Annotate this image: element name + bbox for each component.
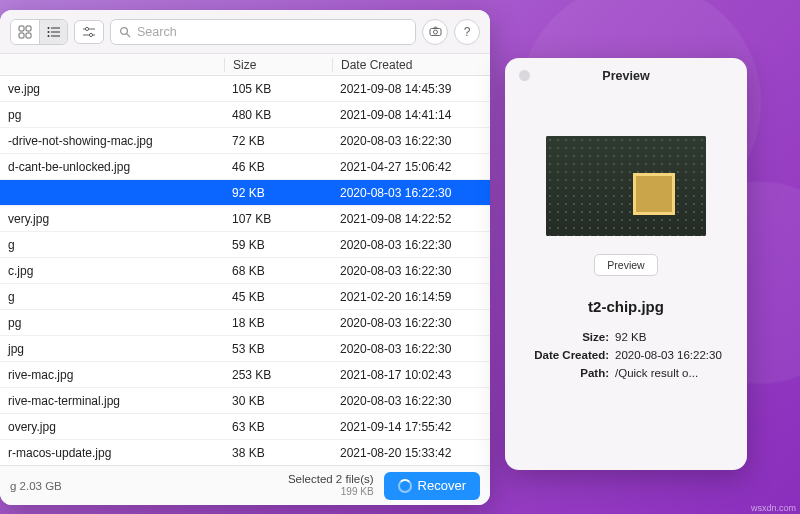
table-row[interactable]: ve.jpg105 KB2021-09-08 14:45:39 — [0, 76, 490, 102]
cell-name: jpg — [0, 342, 224, 356]
table-row[interactable]: pg480 KB2021-09-08 14:41:14 — [0, 102, 490, 128]
preview-metadata: Size:92 KB Date Created:2020-08-03 16:22… — [517, 331, 735, 385]
cell-date: 2021-09-08 14:41:14 — [332, 108, 490, 122]
table-row[interactable]: g45 KB2021-02-20 16:14:59 — [0, 284, 490, 310]
cell-name: pg — [0, 108, 224, 122]
cell-size: 46 KB — [224, 160, 332, 174]
cell-name: overy.jpg — [0, 420, 224, 434]
cell-size: 45 KB — [224, 290, 332, 304]
cell-date: 2021-08-17 10:02:43 — [332, 368, 490, 382]
cell-name: rive-mac.jpg — [0, 368, 224, 382]
table-row[interactable]: 92 KB2020-08-03 16:22:30 — [0, 180, 490, 206]
scan-status-text: g 2.03 GB — [10, 480, 288, 492]
header-size[interactable]: Size — [224, 58, 332, 72]
file-list-window: ? Size Date Created ve.jpg105 KB2021-09-… — [0, 10, 490, 505]
cell-name: ve.jpg — [0, 82, 224, 96]
close-icon[interactable] — [519, 70, 530, 81]
meta-path-value: /Quick result o... — [615, 367, 698, 379]
cell-date: 2020-08-03 16:22:30 — [332, 316, 490, 330]
cell-name: g — [0, 290, 224, 304]
selection-summary: Selected 2 file(s) 199 KB — [288, 473, 374, 498]
help-icon: ? — [464, 25, 471, 39]
svg-rect-1 — [26, 26, 31, 31]
footer-bar: g 2.03 GB Selected 2 file(s) 199 KB Reco… — [0, 465, 490, 505]
preview-window: Preview Preview t2-chip.jpg Size:92 KB D… — [505, 58, 747, 470]
camera-icon — [429, 25, 442, 38]
search-box[interactable] — [110, 19, 416, 45]
grid-icon — [18, 25, 32, 39]
table-row[interactable]: rive-mac-terminal.jpg30 KB2020-08-03 16:… — [0, 388, 490, 414]
table-row[interactable]: r-macos-update.jpg38 KB2021-08-20 15:33:… — [0, 440, 490, 465]
selection-size: 199 KB — [288, 486, 374, 498]
cell-date: 2020-08-03 16:22:30 — [332, 342, 490, 356]
search-input[interactable] — [137, 25, 407, 39]
cell-size: 253 KB — [224, 368, 332, 382]
preview-filename: t2-chip.jpg — [588, 298, 664, 315]
table-row[interactable]: c.jpg68 KB2020-08-03 16:22:30 — [0, 258, 490, 284]
cell-name: g — [0, 238, 224, 252]
filter-button[interactable] — [74, 20, 104, 44]
meta-path-label: Path: — [523, 367, 609, 379]
header-date[interactable]: Date Created — [332, 58, 490, 72]
cell-size: 105 KB — [224, 82, 332, 96]
watermark: wsxdn.com — [751, 503, 796, 513]
preview-title: Preview — [602, 69, 649, 83]
table-row[interactable]: rive-mac.jpg253 KB2021-08-17 10:02:43 — [0, 362, 490, 388]
recover-button[interactable]: Recover — [384, 472, 480, 500]
svg-point-7 — [47, 27, 49, 29]
preview-titlebar: Preview — [517, 66, 735, 86]
table-row[interactable]: overy.jpg63 KB2021-09-14 17:55:42 — [0, 414, 490, 440]
svg-point-14 — [121, 27, 128, 34]
meta-date-value: 2020-08-03 16:22:30 — [615, 349, 722, 361]
cell-size: 107 KB — [224, 212, 332, 226]
cell-name: pg — [0, 316, 224, 330]
table-row[interactable]: -drive-not-showing-mac.jpg72 KB2020-08-0… — [0, 128, 490, 154]
table-row[interactable]: very.jpg107 KB2021-09-08 14:22:52 — [0, 206, 490, 232]
column-headers: Size Date Created — [0, 54, 490, 76]
meta-date-label: Date Created: — [523, 349, 609, 361]
cell-size: 18 KB — [224, 316, 332, 330]
table-row[interactable]: g59 KB2020-08-03 16:22:30 — [0, 232, 490, 258]
list-view-button[interactable] — [39, 20, 67, 44]
svg-rect-0 — [19, 26, 24, 31]
cell-name: very.jpg — [0, 212, 224, 226]
svg-line-15 — [127, 33, 130, 36]
toolbar: ? — [0, 10, 490, 54]
svg-point-17 — [433, 30, 437, 34]
recover-button-label: Recover — [418, 478, 466, 493]
cell-date: 2020-08-03 16:22:30 — [332, 238, 490, 252]
sliders-icon — [82, 25, 96, 39]
cell-date: 2021-08-20 15:33:42 — [332, 446, 490, 460]
view-mode-group — [10, 19, 68, 45]
help-button[interactable]: ? — [454, 19, 480, 45]
cell-size: 72 KB — [224, 134, 332, 148]
cell-size: 53 KB — [224, 342, 332, 356]
cell-name: rive-mac-terminal.jpg — [0, 394, 224, 408]
cell-name: c.jpg — [0, 264, 224, 278]
cell-date: 2021-04-27 15:06:42 — [332, 160, 490, 174]
cell-size: 63 KB — [224, 420, 332, 434]
cell-date: 2021-09-08 14:45:39 — [332, 82, 490, 96]
cell-size: 59 KB — [224, 238, 332, 252]
cell-date: 2021-09-08 14:22:52 — [332, 212, 490, 226]
table-row[interactable]: pg18 KB2020-08-03 16:22:30 — [0, 310, 490, 336]
preview-open-button[interactable]: Preview — [594, 254, 657, 276]
svg-rect-2 — [19, 33, 24, 38]
table-row[interactable]: jpg53 KB2020-08-03 16:22:30 — [0, 336, 490, 362]
grid-view-button[interactable] — [11, 20, 39, 44]
table-row[interactable]: d-cant-be-unlocked.jpg46 KB2021-04-27 15… — [0, 154, 490, 180]
list-icon — [47, 25, 61, 39]
cell-size: 480 KB — [224, 108, 332, 122]
svg-point-9 — [47, 35, 49, 37]
search-icon — [119, 26, 131, 38]
file-rows: ve.jpg105 KB2021-09-08 14:45:39pg480 KB2… — [0, 76, 490, 465]
svg-point-12 — [85, 27, 88, 30]
preview-thumbnail — [546, 136, 706, 236]
svg-point-13 — [89, 33, 92, 36]
cell-date: 2021-02-20 16:14:59 — [332, 290, 490, 304]
cell-date: 2020-08-03 16:22:30 — [332, 134, 490, 148]
screenshot-button[interactable] — [422, 19, 448, 45]
cell-date: 2020-08-03 16:22:30 — [332, 264, 490, 278]
cell-date: 2020-08-03 16:22:30 — [332, 394, 490, 408]
cell-size: 68 KB — [224, 264, 332, 278]
